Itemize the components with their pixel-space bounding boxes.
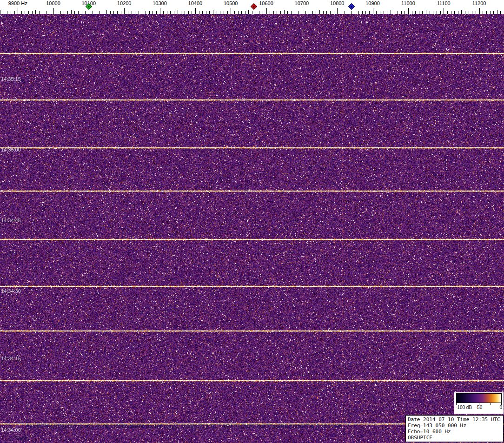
freq-tick (178, 10, 178, 14)
legend-label-mid: -50 (476, 405, 482, 410)
freq-tick (142, 10, 142, 14)
detection-info-text: 20140710123336364 ncnt21 np-86 110589 bl… (27, 423, 342, 429)
time-label: 14:34:00 (1, 427, 21, 433)
time-label: 14:34:15 (1, 356, 21, 361)
freq-tick (284, 10, 285, 14)
freq-tick (355, 10, 355, 14)
freq-tick (160, 8, 160, 14)
freq-tick (497, 10, 497, 14)
legend-labels: -100 dB -50 0 (456, 405, 502, 411)
freq-label: 10200 (117, 0, 132, 6)
freq-label: 10600 (259, 0, 273, 6)
db-scale-legend: -100 dB -50 0 (454, 392, 504, 414)
freq-tick (266, 8, 267, 14)
freq-tick (408, 8, 409, 14)
freq-label: 11200 (472, 0, 486, 6)
spectrogram-app: 9900 Hz100001010010200103001040010500106… (0, 0, 504, 443)
info-box-line: Date=2014-07-10 Time=12:35 UTC (408, 417, 501, 423)
time-label: 14:35:15 (1, 76, 21, 82)
freq-tick (53, 8, 54, 14)
freq-tick (444, 8, 444, 14)
blue-marker-diamond[interactable] (348, 3, 355, 10)
freq-tick (337, 8, 338, 14)
time-label: 14:35:00 (1, 147, 21, 152)
freq-tick (319, 10, 320, 14)
freq-label: 10300 (153, 0, 167, 6)
red-marker-diamond[interactable] (251, 3, 257, 10)
cursor-status-text: ^1+58 (14, 436, 28, 441)
red-marker-dot (253, 6, 255, 7)
freq-tick (18, 8, 18, 14)
freq-label: 10800 (330, 0, 345, 6)
freq-tick (71, 10, 72, 14)
blue-marker-dot (351, 6, 352, 7)
info-box-line: OBSUPICE (408, 435, 501, 441)
freq-tick (124, 8, 125, 14)
freq-tick (248, 10, 249, 14)
freq-label: 10000 (46, 0, 60, 6)
spectrogram-area: 14:35:1514:35:0014:34:4514:34:3014:34:15… (0, 14, 504, 443)
time-label: 14:34:45 (1, 218, 21, 223)
freq-label: 10900 (365, 0, 380, 6)
freq-tick (302, 8, 302, 14)
freq-label: 11000 (401, 0, 415, 6)
freq-tick (391, 10, 391, 14)
freq-tick (231, 8, 231, 14)
freq-label: 10400 (188, 0, 203, 6)
freq-tick (426, 10, 426, 14)
freq-tick (0, 10, 0, 14)
freq-label: 10700 (295, 0, 309, 6)
freq-tick (479, 8, 480, 14)
freq-tick (195, 8, 196, 14)
spectrogram-canvas[interactable] (0, 14, 504, 443)
info-box-line: Freq=143 050 000 Hz (408, 423, 501, 429)
frequency-ruler[interactable]: 9900 Hz100001010010200103001040010500106… (0, 0, 504, 14)
freq-tick (106, 10, 107, 14)
observation-info-box: Date=2014-07-10 Time=12:35 UTCFreq=143 0… (405, 415, 504, 442)
freq-tick (213, 10, 213, 14)
freq-label: 11100 (437, 0, 451, 6)
legend-label-max: 0 (499, 405, 502, 410)
legend-label-min: -100 dB (456, 405, 472, 410)
db-gradient-canvas (457, 394, 501, 403)
freq-tick (373, 8, 373, 14)
freq-tick (35, 10, 36, 14)
freq-label: 10500 (224, 0, 238, 6)
db-gradient-bar (456, 393, 502, 403)
freq-label: 9900 Hz (8, 0, 27, 6)
info-box-line: Echo=10 600 Hz (408, 429, 501, 435)
freq-tick (461, 10, 462, 14)
time-label: 14:34:30 (1, 288, 21, 294)
green-marker-dot (88, 6, 90, 7)
